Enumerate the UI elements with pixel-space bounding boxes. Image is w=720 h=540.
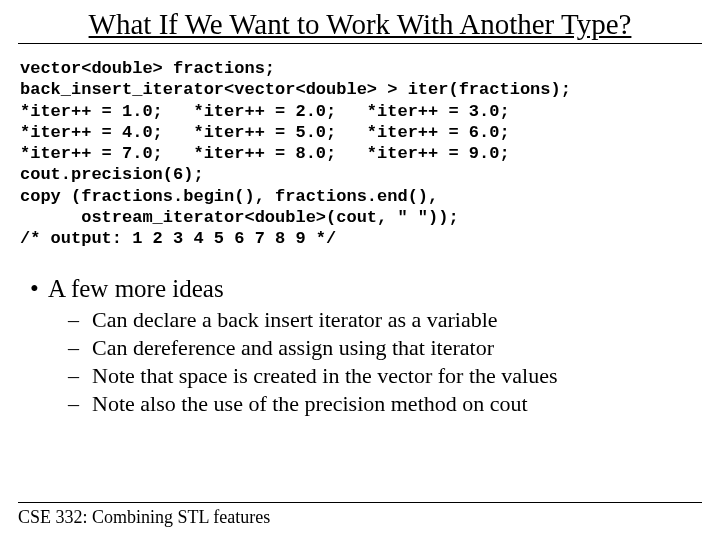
bullet-level1: •A few more ideas (30, 275, 702, 303)
bullet-text: A few more ideas (48, 275, 224, 302)
subbullet-text: Can dereference and assign using that it… (92, 335, 494, 360)
slide-title: What If We Want to Work With Another Typ… (18, 8, 702, 44)
bullet-level2: –Note that space is created in the vecto… (68, 363, 702, 389)
bullet-dash-icon: – (68, 307, 92, 333)
bullet-dot-icon: • (30, 275, 48, 303)
bullet-level2: –Can dereference and assign using that i… (68, 335, 702, 361)
bullet-dash-icon: – (68, 335, 92, 361)
subbullet-text: Can declare a back insert iterator as a … (92, 307, 498, 332)
bullet-dash-icon: – (68, 391, 92, 417)
bullet-level2: –Note also the use of the precision meth… (68, 391, 702, 417)
bullet-level2: –Can declare a back insert iterator as a… (68, 307, 702, 333)
subbullet-text: Note that space is created in the vector… (92, 363, 557, 388)
bullet-dash-icon: – (68, 363, 92, 389)
subbullet-text: Note also the use of the precision metho… (92, 391, 528, 416)
code-block: vector<double> fractions; back_insert_it… (20, 58, 702, 249)
slide-footer: CSE 332: Combining STL features (18, 502, 702, 528)
bullet-list: •A few more ideas –Can declare a back in… (30, 275, 702, 417)
